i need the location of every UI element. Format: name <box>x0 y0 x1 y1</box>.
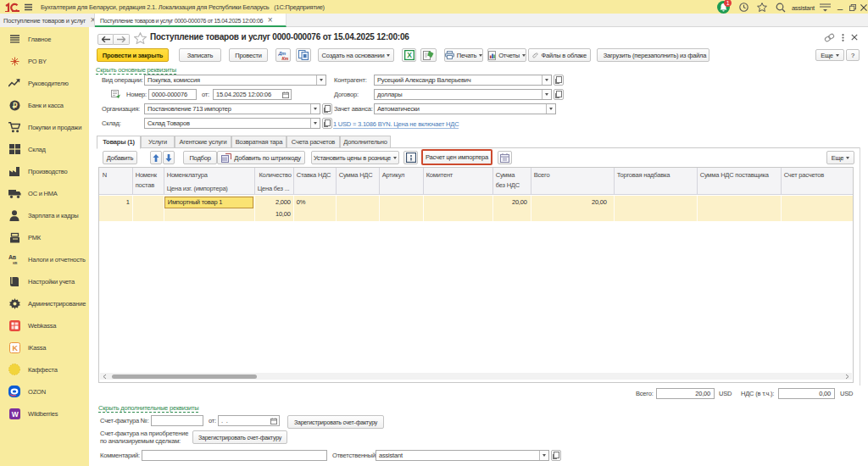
svg-text:W: W <box>11 409 19 418</box>
svg-text:₽: ₽ <box>12 101 17 109</box>
svg-text:Кт: Кт <box>282 56 289 61</box>
svg-text:X: X <box>407 51 412 59</box>
svg-text:кв: кв <box>13 260 17 264</box>
svg-text:Ав: Ав <box>8 254 17 260</box>
svg-text:K: K <box>12 344 18 352</box>
